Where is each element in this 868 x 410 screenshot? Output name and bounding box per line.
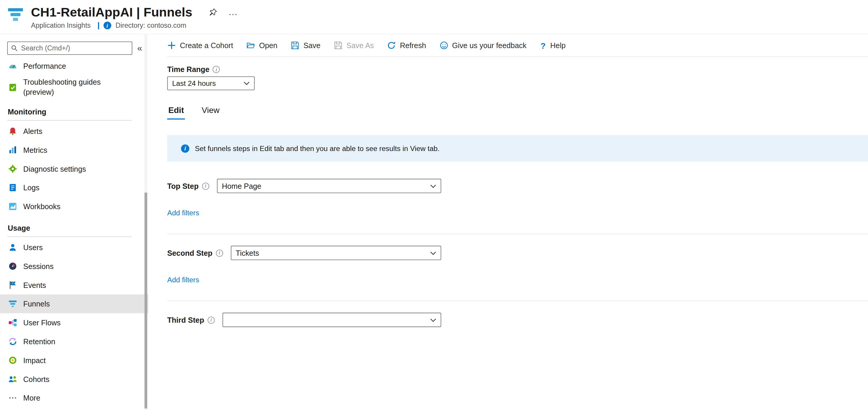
save-as-button[interactable]: Save As xyxy=(334,41,374,50)
sidebar-item-user-flows[interactable]: User Flows xyxy=(0,313,148,332)
time-range-select[interactable]: Last 24 hours xyxy=(167,76,255,90)
diagnostic-settings-icon xyxy=(8,164,18,173)
sidebar-item-impact[interactable]: Impact xyxy=(0,351,148,370)
feedback-button[interactable]: Give us your feedback xyxy=(439,41,526,50)
sidebar-item-label: Events xyxy=(23,281,46,289)
breadcrumb: Application Insights i Directory: contos… xyxy=(31,22,238,30)
top-step-add-filters-link[interactable]: Add filters xyxy=(167,209,199,217)
sidebar-item-funnels[interactable]: Funnels xyxy=(0,294,148,313)
second-step-value: Tickets xyxy=(236,249,259,257)
plus-icon xyxy=(167,41,176,50)
chevron-down-icon xyxy=(430,318,436,322)
refresh-label: Refresh xyxy=(400,41,426,50)
sidebar-item-label: User Flows xyxy=(23,319,61,327)
cohorts-icon xyxy=(8,375,18,383)
smiley-icon xyxy=(439,41,448,50)
users-icon xyxy=(8,243,18,252)
header-more-icon[interactable]: … xyxy=(228,9,238,15)
sidebar-item-label: Cohorts xyxy=(23,375,50,383)
sidebar-item-label: Workbooks xyxy=(23,202,60,211)
content-row: « Performance Troubleshooting guides (pr… xyxy=(0,34,868,410)
time-range-value: Last 24 hours xyxy=(172,79,216,87)
save-button[interactable]: Save xyxy=(290,41,320,50)
banner-text: Set funnels steps in Edit tab and then y… xyxy=(195,144,439,153)
funnels-icon xyxy=(8,299,18,308)
user-flows-icon xyxy=(8,318,18,327)
funnels-logo-icon xyxy=(7,7,24,34)
edit-view-tabs: Edit View xyxy=(167,105,868,120)
sidebar-item-more[interactable]: More xyxy=(0,388,148,407)
page-header: CH1-RetailAppAI | Funnels … Application … xyxy=(0,0,868,34)
logs-icon xyxy=(8,183,18,192)
performance-icon xyxy=(8,61,18,70)
sidebar-item-troubleshooting-guides[interactable]: Troubleshooting guides (preview) xyxy=(0,75,148,100)
sessions-icon xyxy=(8,262,18,271)
search-box[interactable] xyxy=(7,41,132,55)
info-icon: i xyxy=(208,316,215,323)
save-as-label: Save As xyxy=(346,41,374,50)
page-title: CH1-RetailAppAI | Funnels xyxy=(31,5,192,20)
top-step-select[interactable]: Home Page xyxy=(217,179,441,193)
sidebar-item-logs[interactable]: Logs xyxy=(0,178,148,197)
sidebar-collapse-icon[interactable]: « xyxy=(137,44,142,53)
create-cohort-button[interactable]: Create a Cohort xyxy=(167,41,233,50)
third-step-select[interactable] xyxy=(222,313,441,327)
top-step-row: Top Step i Home Page xyxy=(167,179,441,193)
chevron-down-icon xyxy=(244,82,250,85)
sidebar-item-label: Metrics xyxy=(23,146,48,154)
sidebar-item-label: Users xyxy=(23,243,43,252)
sidebar-item-label: Diagnostic settings xyxy=(23,165,86,173)
help-label: Help xyxy=(550,41,566,50)
step-divider xyxy=(167,301,868,301)
sidebar-item-cohorts[interactable]: Cohorts xyxy=(0,370,148,388)
search-input[interactable] xyxy=(21,44,128,52)
sidebar-item-label: Retention xyxy=(23,338,55,346)
app-type-label: Application Insights xyxy=(31,22,91,30)
sidebar-item-diagnostic-settings[interactable]: Diagnostic settings xyxy=(0,159,148,178)
sidebar-item-sessions[interactable]: Sessions xyxy=(0,257,148,276)
sidebar-item-events[interactable]: Events xyxy=(0,276,148,294)
sidebar-item-metrics[interactable]: Metrics xyxy=(0,141,148,160)
refresh-button[interactable]: Refresh xyxy=(387,41,426,50)
retention-icon xyxy=(8,337,18,346)
title-block: CH1-RetailAppAI | Funnels … Application … xyxy=(31,5,238,34)
banner-info-icon: i xyxy=(181,144,189,153)
sidebar-item-label: Funnels xyxy=(23,300,50,308)
save-as-icon xyxy=(334,41,343,50)
open-label: Open xyxy=(259,41,277,50)
main-content: Create a Cohort Open Save Save As Refres… xyxy=(148,34,868,410)
step-divider xyxy=(167,233,868,234)
sidebar-item-users[interactable]: Users xyxy=(0,238,148,257)
top-step-label: Top Step i xyxy=(167,182,209,190)
funnel-editor: Time Range i Last 24 hours Edit View i S… xyxy=(148,57,868,327)
info-icon: i xyxy=(202,182,209,189)
help-button[interactable]: ? Help xyxy=(539,41,566,50)
sidebar-section-monitoring: Monitoring xyxy=(0,100,148,120)
top-step-value: Home Page xyxy=(222,182,261,190)
sidebar-item-alerts[interactable]: Alerts xyxy=(0,122,148,141)
open-button[interactable]: Open xyxy=(246,41,277,50)
sidebar-item-retention[interactable]: Retention xyxy=(0,332,148,351)
sidebar-item-workbooks[interactable]: Workbooks xyxy=(0,197,148,216)
info-icon: i xyxy=(216,249,223,256)
tab-edit[interactable]: Edit xyxy=(167,105,185,120)
subtitle-divider xyxy=(98,22,99,29)
pin-icon[interactable] xyxy=(209,8,217,17)
sidebar-item-performance[interactable]: Performance xyxy=(0,56,148,75)
sidebar-scrollbar[interactable] xyxy=(145,193,147,409)
info-banner: i Set funnels steps in Edit tab and then… xyxy=(167,135,868,162)
sidebar-section-usage: Usage xyxy=(0,216,148,236)
third-step-label: Third Step i xyxy=(167,316,215,324)
directory-label: Directory: contoso.com xyxy=(116,22,186,30)
section-divider xyxy=(7,120,132,121)
metrics-icon xyxy=(8,146,18,154)
tab-view[interactable]: View xyxy=(200,105,221,120)
command-bar: Create a Cohort Open Save Save As Refres… xyxy=(167,34,868,57)
sidebar-item-label: Troubleshooting guides (preview) xyxy=(23,78,111,97)
second-step-add-filters-link[interactable]: Add filters xyxy=(167,276,199,284)
second-step-row: Second Step i Tickets xyxy=(167,246,441,260)
second-step-select[interactable]: Tickets xyxy=(231,246,441,260)
sidebar-item-label: Logs xyxy=(23,184,39,192)
impact-icon xyxy=(8,356,18,365)
sidebar: « Performance Troubleshooting guides (pr… xyxy=(0,34,148,410)
